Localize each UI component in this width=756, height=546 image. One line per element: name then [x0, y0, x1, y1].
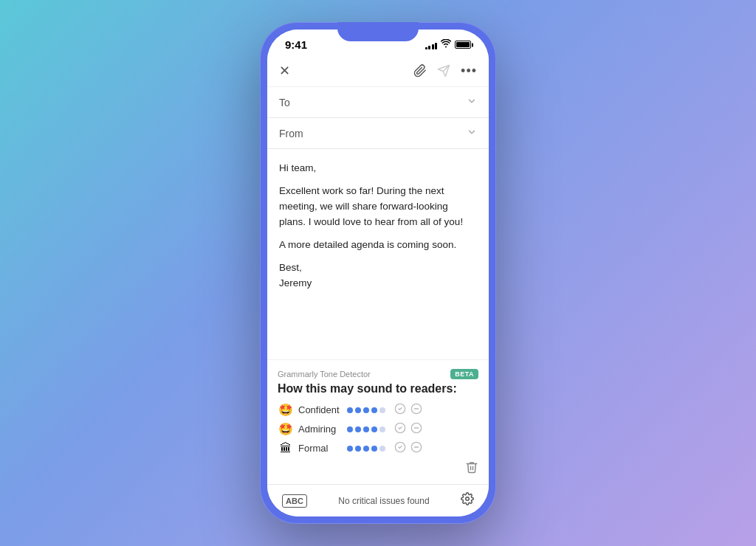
- gear-icon[interactable]: [461, 492, 474, 509]
- email-body[interactable]: Hi team, Excellent work so far! During t…: [267, 149, 489, 359]
- confident-check-icon[interactable]: [394, 403, 406, 417]
- trash-row: [278, 460, 478, 477]
- grammarly-title: Grammarly Tone Detector: [278, 370, 371, 379]
- confident-dots: [347, 407, 385, 413]
- confident-actions: [394, 403, 422, 417]
- beta-badge: BETA: [450, 369, 478, 379]
- admiring-check-icon[interactable]: [394, 422, 406, 436]
- wifi-icon: [441, 39, 451, 50]
- from-field-row[interactable]: From: [267, 118, 489, 149]
- to-field-row[interactable]: To: [267, 87, 489, 118]
- admiring-minus-icon[interactable]: [410, 422, 422, 436]
- tone-row-admiring: 🤩 Admiring: [278, 422, 478, 436]
- status-icons: [425, 39, 472, 50]
- status-time: 9:41: [285, 38, 307, 51]
- grammarly-header: Grammarly Tone Detector BETA: [278, 369, 478, 379]
- phone-notch: [337, 22, 419, 41]
- email-body1: Excellent work so far! During the next m…: [279, 184, 477, 230]
- formal-dots: [347, 446, 385, 452]
- phone-screen: 9:41: [267, 30, 489, 516]
- grammarly-panel: Grammarly Tone Detector BETA How this ma…: [267, 359, 489, 484]
- grammarly-subtitle: How this may sound to readers:: [278, 382, 478, 395]
- email-greeting: Hi team,: [279, 161, 477, 176]
- formal-minus-icon[interactable]: [410, 441, 422, 455]
- phone-frame: 9:41: [260, 22, 496, 524]
- abc-icon: ABC: [282, 494, 307, 508]
- battery-icon: [455, 41, 471, 49]
- svg-point-11: [466, 497, 470, 501]
- to-chevron-icon: [467, 96, 477, 108]
- email-closing: Best, Jeremy: [279, 260, 477, 291]
- admiring-actions: [394, 422, 422, 436]
- from-chevron-icon: [467, 127, 477, 139]
- email-body2: A more detailed agenda is coming soon.: [279, 238, 477, 253]
- formal-label: Formal: [298, 443, 343, 454]
- tone-row-confident: 🤩 Confident: [278, 403, 478, 417]
- signal-icon: [425, 41, 438, 49]
- email-content: Hi team, Excellent work so far! During t…: [279, 161, 477, 291]
- confident-label: Confident: [298, 404, 343, 415]
- admiring-emoji: 🤩: [278, 422, 294, 436]
- from-label: From: [279, 128, 303, 139]
- formal-actions: [394, 441, 422, 455]
- more-button[interactable]: •••: [461, 63, 477, 79]
- formal-check-icon[interactable]: [394, 441, 406, 455]
- admiring-label: Admiring: [298, 424, 343, 435]
- confident-minus-icon[interactable]: [410, 403, 422, 417]
- bottom-status: No critical issues found: [338, 496, 429, 506]
- compose-toolbar: ✕ •••: [267, 55, 489, 87]
- to-label: To: [279, 97, 290, 108]
- trash-button[interactable]: [465, 460, 478, 477]
- send-button[interactable]: [437, 64, 450, 77]
- confident-emoji: 🤩: [278, 403, 294, 417]
- close-button[interactable]: ✕: [279, 63, 290, 79]
- bottom-bar: ABC No critical issues found: [267, 484, 489, 516]
- formal-emoji: 🏛: [278, 442, 294, 455]
- attach-button[interactable]: [413, 64, 427, 77]
- tone-row-formal: 🏛 Formal: [278, 441, 478, 455]
- admiring-dots: [347, 426, 385, 432]
